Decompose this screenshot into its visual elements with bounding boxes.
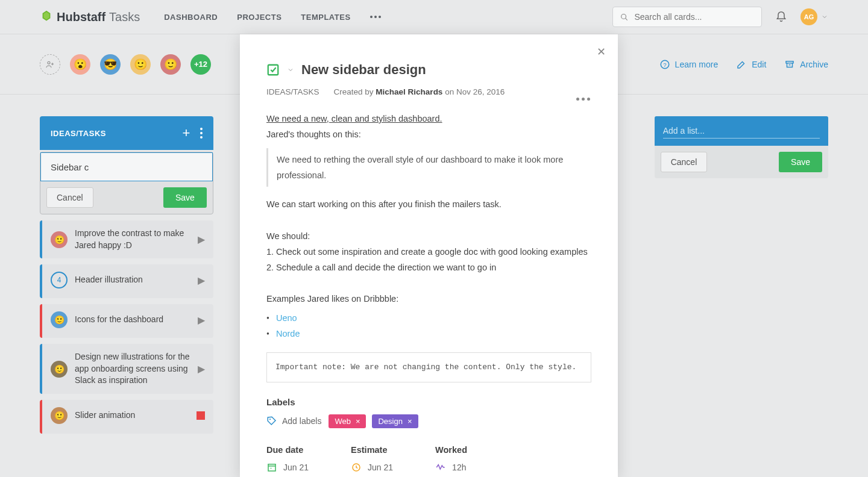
- nav-templates[interactable]: TEMPLATES: [301, 13, 350, 22]
- card-description: We need a new, clean and stylish dashboa…: [266, 111, 591, 382]
- archive-label: Archive: [800, 60, 828, 69]
- remove-tag-icon[interactable]: ×: [356, 417, 360, 426]
- example-link[interactable]: Norde: [276, 329, 300, 338]
- add-labels-button[interactable]: Add labels: [266, 416, 321, 426]
- column-title: IDEAS/TASKS: [51, 129, 106, 138]
- author-name: Michael Richards: [376, 87, 442, 96]
- card-count-badge: 4: [51, 272, 68, 288]
- expand-icon[interactable]: ▶: [198, 363, 205, 375]
- cancel-button[interactable]: Cancel: [661, 152, 708, 172]
- cancel-button[interactable]: Cancel: [46, 187, 93, 208]
- nav-more[interactable]: [370, 13, 381, 22]
- edit-label: Edit: [752, 60, 766, 69]
- archive-button[interactable]: Archive: [784, 59, 828, 70]
- expand-icon[interactable]: ▶: [198, 314, 205, 326]
- check-icon[interactable]: [266, 63, 280, 76]
- card-menu[interactable]: [576, 98, 590, 101]
- expand-icon[interactable]: ▶: [198, 275, 205, 286]
- learn-more-label: Learn more: [675, 60, 719, 69]
- chevron-down-icon[interactable]: [287, 66, 294, 73]
- chevron-down-icon: [821, 13, 828, 20]
- add-card-button[interactable]: +: [183, 125, 190, 141]
- search-box[interactable]: [612, 7, 762, 27]
- help-icon: ?: [659, 59, 670, 70]
- column-header: IDEAS/TASKS +: [40, 116, 213, 150]
- person-avatar[interactable]: 🙂: [160, 54, 181, 75]
- clock-icon: [351, 462, 362, 473]
- worked-block: Worked 12h: [435, 445, 467, 473]
- archive-icon: [784, 59, 795, 70]
- task-card[interactable]: 🙂Icons for the dashboard▶: [40, 304, 213, 338]
- person-avatar[interactable]: 😮: [70, 54, 90, 75]
- app-header: Hubstaff Tasks DASHBOARD PROJECTS TEMPLA…: [0, 0, 868, 34]
- activity-icon: [435, 462, 446, 473]
- card-text: Design new illustrations for the app onb…: [75, 351, 190, 387]
- svg-line-1: [625, 18, 627, 20]
- save-button[interactable]: Save: [779, 152, 822, 172]
- person-avatar[interactable]: 🙂: [130, 54, 151, 75]
- people-list: 😮 😎 🙂 🙂 +12: [40, 54, 211, 75]
- label-tag[interactable]: Design×: [372, 414, 418, 428]
- edit-icon: [736, 59, 747, 70]
- card-text: Slider animation: [75, 410, 189, 422]
- add-person-icon: [45, 60, 55, 69]
- expand-icon[interactable]: ▶: [198, 234, 205, 245]
- svg-point-7: [269, 419, 271, 420]
- logo[interactable]: Hubstaff Tasks: [40, 10, 140, 24]
- remove-tag-icon[interactable]: ×: [407, 417, 412, 426]
- user-avatar: AG: [800, 8, 817, 25]
- close-button[interactable]: ✕: [597, 45, 606, 58]
- new-card-form: Cancel Save: [40, 152, 213, 214]
- search-input[interactable]: [634, 12, 754, 22]
- more-people-count[interactable]: +12: [190, 54, 211, 75]
- assignee-avatar: 🙂: [51, 231, 68, 248]
- save-button[interactable]: Save: [163, 187, 207, 208]
- learn-more-link[interactable]: ? Learn more: [659, 59, 719, 70]
- search-icon: [620, 13, 628, 22]
- add-list-input[interactable]: [663, 123, 820, 139]
- card-title: New sidebar design: [301, 62, 426, 78]
- created-by: Created by Michael Richards on Nov 26, 2…: [334, 87, 505, 96]
- svg-rect-8: [268, 464, 275, 470]
- card-text: Improve the contrast to make Jared happy…: [75, 228, 190, 251]
- logo-text-light: Tasks: [109, 10, 140, 24]
- card-detail-modal: ✕ New sidebar design IDEAS/TASKS Created…: [240, 34, 618, 477]
- column-menu[interactable]: [200, 128, 203, 139]
- calendar-icon: [266, 462, 277, 473]
- svg-text:?: ?: [663, 61, 667, 67]
- svg-point-0: [621, 14, 626, 19]
- add-labels-text: Add labels: [282, 416, 321, 426]
- svg-rect-5: [786, 61, 793, 63]
- task-card[interactable]: 🙂Design new illustrations for the app on…: [40, 344, 213, 394]
- main-nav: DASHBOARD PROJECTS TEMPLATES: [164, 13, 380, 22]
- user-menu[interactable]: AG: [800, 8, 828, 25]
- edit-button[interactable]: Edit: [736, 59, 766, 70]
- bell-icon[interactable]: [775, 11, 787, 23]
- add-list-form: Cancel Save: [655, 116, 828, 178]
- breadcrumb: IDEAS/TASKS: [266, 87, 319, 96]
- example-link[interactable]: Ueno: [276, 313, 297, 323]
- logo-icon: [40, 10, 53, 23]
- due-date-block: Due date Jun 21: [266, 445, 309, 473]
- estimate-block: Estimate Jun 21: [351, 445, 393, 473]
- label-tag[interactable]: Web×: [329, 414, 366, 428]
- assignee-avatar: 🙂: [51, 361, 68, 378]
- assignee-avatar: 🙂: [51, 407, 68, 424]
- new-card-input[interactable]: [40, 152, 213, 181]
- task-card[interactable]: 🙂Improve the contrast to make Jared happ…: [40, 220, 213, 258]
- person-avatar[interactable]: 😎: [100, 54, 121, 75]
- nav-dashboard[interactable]: DASHBOARD: [164, 13, 218, 22]
- task-card[interactable]: 🙂Slider animation: [40, 400, 213, 434]
- nav-projects[interactable]: PROJECTS: [237, 13, 281, 22]
- code-note: Important note: We are not changing the …: [266, 352, 591, 382]
- logo-text-bold: Hubstaff: [57, 10, 105, 24]
- column-ideas-tasks: IDEAS/TASKS + Cancel Save 🙂Improve the c…: [40, 116, 213, 434]
- task-card[interactable]: 4Header illustration▶: [40, 264, 213, 298]
- assignee-avatar: 🙂: [51, 311, 68, 328]
- card-text: Header illustration: [75, 274, 190, 286]
- add-person-button[interactable]: [40, 54, 60, 75]
- status-square: [197, 411, 205, 420]
- svg-point-2: [48, 61, 50, 64]
- tag-icon: [266, 416, 277, 426]
- card-text: Icons for the dashboard: [75, 314, 190, 326]
